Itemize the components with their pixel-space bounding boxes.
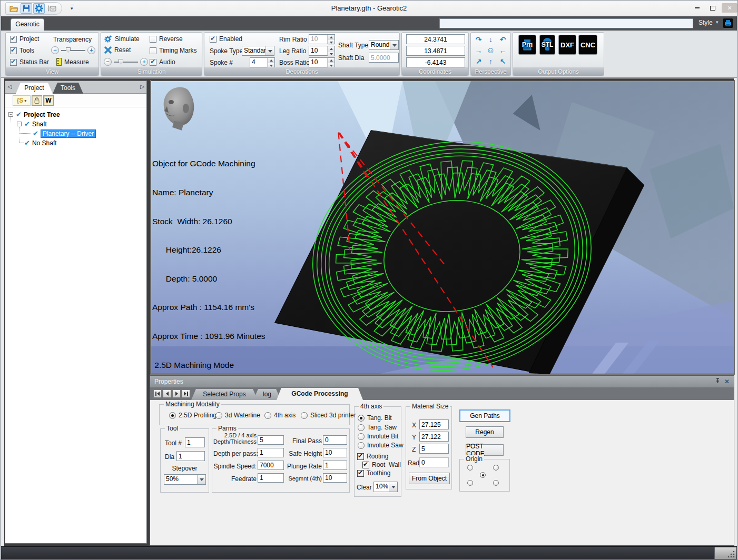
slider-track[interactable] (61, 50, 85, 51)
reset-button[interactable]: Reset (104, 46, 131, 54)
persp-tilt-up-button[interactable]: ↑ (485, 56, 497, 67)
tree-node-root[interactable]: ✔ Project Tree (16, 111, 60, 119)
tree-node-planetary[interactable]: ✔ Planetary -- Driver (33, 129, 96, 138)
resize-grip[interactable] (714, 547, 736, 559)
tab-nav-last-button[interactable] (182, 389, 190, 398)
transparency-slider[interactable]: − + (51, 46, 95, 54)
project-checkbox[interactable]: Project (10, 35, 39, 43)
script-tool-button[interactable]: {S ▾ (13, 95, 31, 106)
shaft-type-combo[interactable]: Round (369, 40, 399, 50)
tab-nav-first-button[interactable] (153, 389, 162, 398)
style-printer-icon[interactable] (723, 18, 733, 28)
slider-track[interactable] (114, 62, 138, 63)
tab-nav-prev-button[interactable] (163, 389, 171, 398)
feedrate-input[interactable] (258, 473, 284, 483)
rooting-checkbox[interactable]: Rooting (357, 453, 388, 460)
slider-minus-icon[interactable]: − (104, 58, 112, 66)
toothing-checkbox[interactable]: Toothing (357, 469, 390, 477)
style-input[interactable] (439, 18, 693, 28)
tab-nav-next-button[interactable] (172, 389, 181, 398)
plunge-rate-input[interactable] (323, 461, 347, 470)
from-object-button[interactable]: From Object (409, 473, 450, 484)
persp-reset-view-button[interactable]: ☺ (485, 45, 497, 56)
dropdown-arrow-icon[interactable] (390, 41, 398, 49)
tab-selected-props[interactable]: Selected Props (191, 389, 258, 400)
persp-swing-left-button[interactable]: ↖ (497, 56, 509, 67)
final-pass-input[interactable] (323, 435, 347, 445)
output-print-button[interactable]: Prn (518, 35, 536, 55)
tab-project[interactable]: Project (16, 83, 53, 94)
slider-thumb[interactable] (66, 47, 71, 53)
reverse-checkbox[interactable]: Reverse (150, 35, 183, 43)
origin-topleft-radio[interactable] (467, 465, 473, 471)
material-x-input[interactable] (419, 419, 449, 429)
leg-ratio-spinner[interactable]: 10 (309, 46, 335, 56)
persp-pan-left-button[interactable]: ← (497, 45, 509, 56)
origin-bottomleft-radio[interactable] (467, 480, 473, 486)
tab-gearotic[interactable]: Gearotic (11, 18, 44, 31)
radio-3d-waterline[interactable]: 3d Waterline (215, 412, 260, 419)
dropdown-arrow-icon[interactable] (197, 475, 205, 484)
gen-paths-button[interactable]: Gen Paths (459, 409, 510, 422)
lock-tool-button[interactable] (32, 95, 42, 106)
material-z-input[interactable] (419, 444, 449, 454)
pin-icon[interactable] (714, 378, 721, 385)
enabled-checkbox[interactable]: Enabled (210, 35, 242, 43)
spoke-type-combo[interactable]: Standard (242, 46, 274, 56)
dropdown-arrow-icon[interactable]: ▾ (24, 98, 26, 103)
clear-combo[interactable]: 10% (373, 482, 398, 492)
close-button[interactable]: × (722, 3, 737, 13)
dropdown-arrow-icon[interactable] (265, 46, 274, 55)
regen-button[interactable]: Regen (466, 426, 504, 438)
output-dxf-button[interactable]: DXF (558, 35, 576, 55)
3d-viewport[interactable]: Object for GCode Machining Name: Planeta… (151, 81, 734, 374)
dia-input[interactable] (176, 451, 205, 461)
tab-log[interactable]: log (253, 389, 281, 400)
tab-tools[interactable]: Tools (53, 83, 83, 94)
boss-ratio-spinner[interactable]: 10 (309, 57, 335, 67)
tab-scroll-left-icon[interactable]: ◁ (7, 83, 12, 90)
radio-4th-axis[interactable]: 4th axis (264, 412, 296, 419)
coordinate-z-input[interactable] (406, 57, 465, 67)
spin-up-icon[interactable] (328, 58, 334, 63)
origin-bottomright-radio[interactable] (493, 480, 499, 486)
slider-thumb[interactable] (119, 59, 123, 65)
depth-thickness-input[interactable] (258, 435, 284, 445)
statusbar-checkbox[interactable]: Status Bar (10, 58, 49, 66)
persp-roll-left-button[interactable]: ↶ (497, 34, 509, 45)
slider-minus-icon[interactable]: − (51, 46, 59, 54)
rim-ratio-spinner[interactable]: 10 (309, 34, 335, 44)
persp-tilt-down-button[interactable]: ↓ (485, 34, 497, 45)
slider-plus-icon[interactable]: + (87, 46, 95, 54)
simulation-speed-slider[interactable]: − + (104, 58, 148, 66)
radio-tang-bit[interactable]: Tang. Bit (358, 414, 392, 422)
spoke-num-spinner[interactable]: 4 (250, 57, 275, 67)
timing-marks-checkbox[interactable]: Timing Marks (150, 47, 197, 54)
spin-down-icon[interactable] (328, 52, 334, 57)
coordinate-x-input[interactable] (406, 34, 465, 44)
tree-node-shaft[interactable]: ✔ Shaft (24, 120, 47, 128)
spin-up-icon[interactable] (268, 58, 274, 63)
output-cnc-button[interactable]: CNC (578, 35, 597, 55)
tree-node-noshaft[interactable]: ✔ No Shaft (24, 139, 57, 147)
persp-swing-right-button[interactable]: ↗ (473, 56, 485, 67)
minimize-button[interactable] (690, 3, 704, 13)
spin-up-icon[interactable] (328, 46, 334, 52)
material-y-input[interactable] (419, 432, 449, 442)
depth-per-pass-input[interactable] (258, 448, 284, 457)
material-rad-input[interactable] (419, 457, 449, 467)
safe-height-input[interactable] (323, 448, 347, 457)
radio-involute-saw[interactable]: Involute Saw (358, 442, 404, 449)
audio-checkbox[interactable]: Audio (150, 58, 175, 66)
root-wall-checkbox[interactable]: Root Wall (362, 461, 401, 468)
maximize-button[interactable] (706, 3, 720, 13)
radio-tang-saw[interactable]: Tang. Saw (358, 424, 397, 431)
origin-center-radio[interactable] (480, 472, 486, 478)
style-chevron-icon[interactable]: ▾ (716, 19, 719, 25)
dropdown-arrow-icon[interactable] (389, 482, 397, 492)
tool-num-input[interactable] (185, 437, 205, 447)
w-tool-button[interactable]: W (43, 95, 54, 106)
stepover-combo[interactable]: 50% (164, 474, 206, 485)
coordinate-y-input[interactable] (406, 46, 465, 56)
collapse-icon[interactable]: − (17, 122, 22, 126)
